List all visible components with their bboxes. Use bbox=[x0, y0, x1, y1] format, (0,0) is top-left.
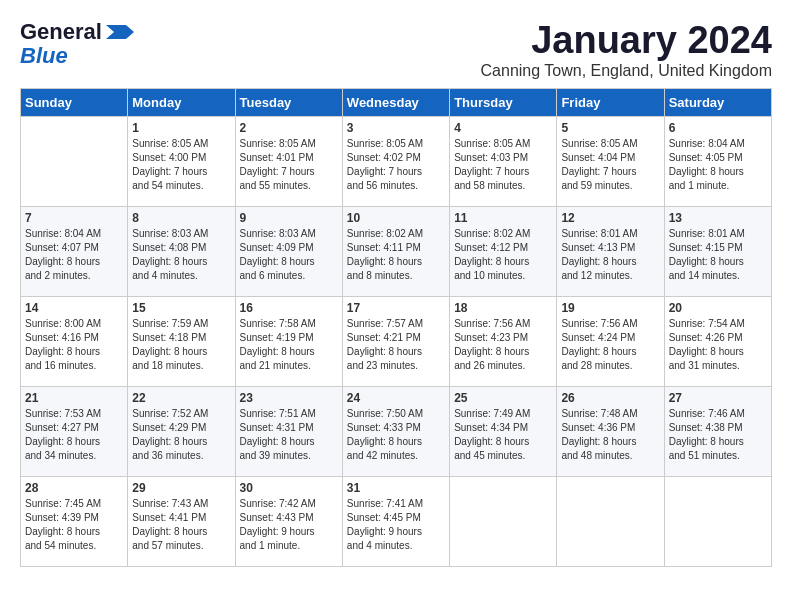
cell-content: Sunrise: 8:00 AM Sunset: 4:16 PM Dayligh… bbox=[25, 317, 123, 373]
day-number: 25 bbox=[454, 391, 552, 405]
week-row-1: 1Sunrise: 8:05 AM Sunset: 4:00 PM Daylig… bbox=[21, 116, 772, 206]
cell-content: Sunrise: 7:51 AM Sunset: 4:31 PM Dayligh… bbox=[240, 407, 338, 463]
page-header: General Blue January 2024 Canning Town, … bbox=[20, 20, 772, 80]
calendar-cell bbox=[450, 476, 557, 566]
cell-content: Sunrise: 8:01 AM Sunset: 4:15 PM Dayligh… bbox=[669, 227, 767, 283]
header-thursday: Thursday bbox=[450, 88, 557, 116]
calendar-cell: 31Sunrise: 7:41 AM Sunset: 4:45 PM Dayli… bbox=[342, 476, 449, 566]
calendar-cell: 6Sunrise: 8:04 AM Sunset: 4:05 PM Daylig… bbox=[664, 116, 771, 206]
day-number: 28 bbox=[25, 481, 123, 495]
day-number: 9 bbox=[240, 211, 338, 225]
calendar-cell: 27Sunrise: 7:46 AM Sunset: 4:38 PM Dayli… bbox=[664, 386, 771, 476]
day-number: 4 bbox=[454, 121, 552, 135]
calendar-cell bbox=[557, 476, 664, 566]
calendar-cell: 19Sunrise: 7:56 AM Sunset: 4:24 PM Dayli… bbox=[557, 296, 664, 386]
calendar-cell: 4Sunrise: 8:05 AM Sunset: 4:03 PM Daylig… bbox=[450, 116, 557, 206]
cell-content: Sunrise: 8:04 AM Sunset: 4:07 PM Dayligh… bbox=[25, 227, 123, 283]
cell-content: Sunrise: 8:05 AM Sunset: 4:04 PM Dayligh… bbox=[561, 137, 659, 193]
cell-content: Sunrise: 7:46 AM Sunset: 4:38 PM Dayligh… bbox=[669, 407, 767, 463]
month-title: January 2024 bbox=[481, 20, 772, 62]
cell-content: Sunrise: 8:01 AM Sunset: 4:13 PM Dayligh… bbox=[561, 227, 659, 283]
header-friday: Friday bbox=[557, 88, 664, 116]
calendar-cell: 16Sunrise: 7:58 AM Sunset: 4:19 PM Dayli… bbox=[235, 296, 342, 386]
cell-content: Sunrise: 7:57 AM Sunset: 4:21 PM Dayligh… bbox=[347, 317, 445, 373]
week-row-5: 28Sunrise: 7:45 AM Sunset: 4:39 PM Dayli… bbox=[21, 476, 772, 566]
week-row-3: 14Sunrise: 8:00 AM Sunset: 4:16 PM Dayli… bbox=[21, 296, 772, 386]
logo-text: General bbox=[20, 20, 102, 44]
cell-content: Sunrise: 7:49 AM Sunset: 4:34 PM Dayligh… bbox=[454, 407, 552, 463]
day-number: 7 bbox=[25, 211, 123, 225]
calendar-cell: 3Sunrise: 8:05 AM Sunset: 4:02 PM Daylig… bbox=[342, 116, 449, 206]
cell-content: Sunrise: 7:50 AM Sunset: 4:33 PM Dayligh… bbox=[347, 407, 445, 463]
calendar-cell: 21Sunrise: 7:53 AM Sunset: 4:27 PM Dayli… bbox=[21, 386, 128, 476]
header-tuesday: Tuesday bbox=[235, 88, 342, 116]
cell-content: Sunrise: 8:05 AM Sunset: 4:03 PM Dayligh… bbox=[454, 137, 552, 193]
day-number: 24 bbox=[347, 391, 445, 405]
calendar-cell: 22Sunrise: 7:52 AM Sunset: 4:29 PM Dayli… bbox=[128, 386, 235, 476]
calendar-cell: 30Sunrise: 7:42 AM Sunset: 4:43 PM Dayli… bbox=[235, 476, 342, 566]
day-number: 22 bbox=[132, 391, 230, 405]
calendar-cell: 25Sunrise: 7:49 AM Sunset: 4:34 PM Dayli… bbox=[450, 386, 557, 476]
day-number: 23 bbox=[240, 391, 338, 405]
cell-content: Sunrise: 8:02 AM Sunset: 4:11 PM Dayligh… bbox=[347, 227, 445, 283]
day-number: 11 bbox=[454, 211, 552, 225]
day-number: 5 bbox=[561, 121, 659, 135]
cell-content: Sunrise: 8:05 AM Sunset: 4:01 PM Dayligh… bbox=[240, 137, 338, 193]
logo-blue-text: Blue bbox=[20, 44, 68, 68]
day-number: 12 bbox=[561, 211, 659, 225]
day-number: 31 bbox=[347, 481, 445, 495]
calendar-cell: 10Sunrise: 8:02 AM Sunset: 4:11 PM Dayli… bbox=[342, 206, 449, 296]
day-number: 14 bbox=[25, 301, 123, 315]
cell-content: Sunrise: 7:56 AM Sunset: 4:24 PM Dayligh… bbox=[561, 317, 659, 373]
calendar-table: SundayMondayTuesdayWednesdayThursdayFrid… bbox=[20, 88, 772, 567]
cell-content: Sunrise: 8:02 AM Sunset: 4:12 PM Dayligh… bbox=[454, 227, 552, 283]
calendar-cell: 28Sunrise: 7:45 AM Sunset: 4:39 PM Dayli… bbox=[21, 476, 128, 566]
calendar-cell: 20Sunrise: 7:54 AM Sunset: 4:26 PM Dayli… bbox=[664, 296, 771, 386]
calendar-cell: 8Sunrise: 8:03 AM Sunset: 4:08 PM Daylig… bbox=[128, 206, 235, 296]
day-number: 17 bbox=[347, 301, 445, 315]
calendar-cell bbox=[21, 116, 128, 206]
cell-content: Sunrise: 8:05 AM Sunset: 4:02 PM Dayligh… bbox=[347, 137, 445, 193]
day-number: 3 bbox=[347, 121, 445, 135]
svg-marker-0 bbox=[106, 25, 134, 39]
day-number: 10 bbox=[347, 211, 445, 225]
cell-content: Sunrise: 8:05 AM Sunset: 4:00 PM Dayligh… bbox=[132, 137, 230, 193]
cell-content: Sunrise: 7:58 AM Sunset: 4:19 PM Dayligh… bbox=[240, 317, 338, 373]
calendar-cell: 17Sunrise: 7:57 AM Sunset: 4:21 PM Dayli… bbox=[342, 296, 449, 386]
calendar-cell: 24Sunrise: 7:50 AM Sunset: 4:33 PM Dayli… bbox=[342, 386, 449, 476]
cell-content: Sunrise: 7:53 AM Sunset: 4:27 PM Dayligh… bbox=[25, 407, 123, 463]
calendar-cell: 5Sunrise: 8:05 AM Sunset: 4:04 PM Daylig… bbox=[557, 116, 664, 206]
cell-content: Sunrise: 7:45 AM Sunset: 4:39 PM Dayligh… bbox=[25, 497, 123, 553]
calendar-header-row: SundayMondayTuesdayWednesdayThursdayFrid… bbox=[21, 88, 772, 116]
day-number: 1 bbox=[132, 121, 230, 135]
cell-content: Sunrise: 7:59 AM Sunset: 4:18 PM Dayligh… bbox=[132, 317, 230, 373]
calendar-cell: 12Sunrise: 8:01 AM Sunset: 4:13 PM Dayli… bbox=[557, 206, 664, 296]
cell-content: Sunrise: 7:42 AM Sunset: 4:43 PM Dayligh… bbox=[240, 497, 338, 553]
day-number: 29 bbox=[132, 481, 230, 495]
location-title: Canning Town, England, United Kingdom bbox=[481, 62, 772, 80]
day-number: 8 bbox=[132, 211, 230, 225]
logo-icon bbox=[106, 25, 134, 39]
header-wednesday: Wednesday bbox=[342, 88, 449, 116]
header-monday: Monday bbox=[128, 88, 235, 116]
day-number: 2 bbox=[240, 121, 338, 135]
calendar-cell bbox=[664, 476, 771, 566]
week-row-4: 21Sunrise: 7:53 AM Sunset: 4:27 PM Dayli… bbox=[21, 386, 772, 476]
cell-content: Sunrise: 7:43 AM Sunset: 4:41 PM Dayligh… bbox=[132, 497, 230, 553]
day-number: 20 bbox=[669, 301, 767, 315]
calendar-cell: 18Sunrise: 7:56 AM Sunset: 4:23 PM Dayli… bbox=[450, 296, 557, 386]
calendar-cell: 9Sunrise: 8:03 AM Sunset: 4:09 PM Daylig… bbox=[235, 206, 342, 296]
day-number: 13 bbox=[669, 211, 767, 225]
calendar-cell: 11Sunrise: 8:02 AM Sunset: 4:12 PM Dayli… bbox=[450, 206, 557, 296]
cell-content: Sunrise: 8:03 AM Sunset: 4:09 PM Dayligh… bbox=[240, 227, 338, 283]
calendar-cell: 7Sunrise: 8:04 AM Sunset: 4:07 PM Daylig… bbox=[21, 206, 128, 296]
title-area: January 2024 Canning Town, England, Unit… bbox=[481, 20, 772, 80]
day-number: 16 bbox=[240, 301, 338, 315]
calendar-cell: 14Sunrise: 8:00 AM Sunset: 4:16 PM Dayli… bbox=[21, 296, 128, 386]
cell-content: Sunrise: 7:52 AM Sunset: 4:29 PM Dayligh… bbox=[132, 407, 230, 463]
header-sunday: Sunday bbox=[21, 88, 128, 116]
calendar-cell: 26Sunrise: 7:48 AM Sunset: 4:36 PM Dayli… bbox=[557, 386, 664, 476]
day-number: 21 bbox=[25, 391, 123, 405]
cell-content: Sunrise: 7:56 AM Sunset: 4:23 PM Dayligh… bbox=[454, 317, 552, 373]
logo: General Blue bbox=[20, 20, 134, 68]
